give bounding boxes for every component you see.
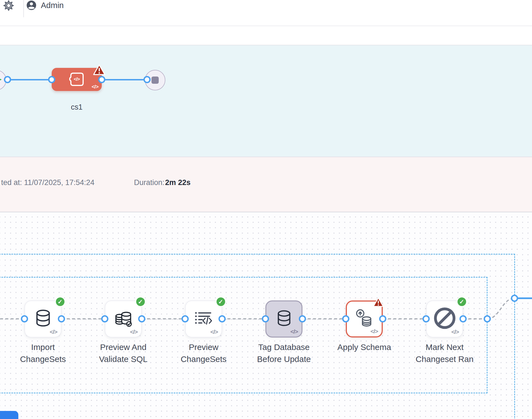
database-icon bbox=[34, 309, 52, 328]
node-port[interactable] bbox=[48, 76, 55, 83]
settings-button[interactable] bbox=[3, 0, 14, 11]
connector-line bbox=[102, 79, 147, 80]
schema-upload-icon bbox=[356, 309, 373, 327]
step-port[interactable] bbox=[379, 315, 386, 322]
step-port[interactable] bbox=[21, 315, 28, 322]
code-glyph: </> bbox=[451, 329, 459, 335]
node-port[interactable] bbox=[98, 76, 105, 83]
step-port[interactable] bbox=[58, 315, 65, 322]
code-glyph: </> bbox=[130, 329, 138, 335]
step-port[interactable] bbox=[342, 315, 349, 322]
step-connector bbox=[383, 318, 426, 319]
success-badge-icon: ✓ bbox=[457, 297, 467, 307]
step-port[interactable] bbox=[138, 315, 145, 322]
step-port[interactable] bbox=[101, 315, 108, 322]
code-glyph: </> bbox=[50, 329, 57, 335]
topbar-divider bbox=[23, 0, 24, 17]
success-badge-icon: ✓ bbox=[135, 297, 146, 307]
step-card-preview-changesets[interactable]: </> bbox=[185, 300, 222, 337]
step-port[interactable] bbox=[299, 315, 306, 322]
error-badge-icon bbox=[93, 64, 106, 75]
stage-exit-port[interactable] bbox=[511, 295, 518, 302]
error-badge-icon bbox=[373, 297, 384, 307]
step-card-preview-validate-sql[interactable]: </> bbox=[105, 300, 142, 337]
stage-group-inner-border bbox=[0, 277, 488, 393]
canvas-control[interactable] bbox=[0, 411, 18, 419]
gear-icon bbox=[3, 0, 14, 11]
step-port[interactable] bbox=[182, 315, 189, 322]
pipeline-execution-page: Admin Pipeline Inputs Policy Evaluations bbox=[0, 0, 532, 419]
database-check-icon bbox=[115, 310, 132, 327]
changelog-list-icon bbox=[195, 311, 213, 326]
step-connector bbox=[222, 318, 265, 319]
step-port[interactable] bbox=[422, 315, 430, 322]
connector-line bbox=[8, 79, 52, 80]
code-glyph: </> bbox=[290, 328, 298, 335]
top-bar: Admin bbox=[0, 0, 532, 26]
database-icon bbox=[276, 309, 292, 327]
user-avatar-icon[interactable] bbox=[26, 0, 37, 11]
step-port[interactable] bbox=[218, 315, 226, 322]
code-glyph: </> bbox=[371, 328, 378, 335]
stop-icon bbox=[151, 77, 159, 84]
success-badge-icon: ✓ bbox=[55, 297, 65, 307]
tab-bar: Pipeline Inputs Policy Evaluations bbox=[0, 26, 532, 45]
node-port[interactable] bbox=[4, 76, 11, 83]
duration-label: Duration: bbox=[134, 178, 165, 187]
node-port[interactable] bbox=[143, 76, 151, 83]
stage-exit-port[interactable] bbox=[484, 315, 491, 322]
step-connector bbox=[61, 318, 105, 319]
step-connector bbox=[142, 318, 185, 319]
started-at-text: ted at: 11/07/2025, 17:54:24 bbox=[1, 178, 95, 187]
duration-value: 2m 22s bbox=[165, 178, 191, 187]
step-card-tag-database[interactable]: </> bbox=[265, 300, 302, 337]
step-port[interactable] bbox=[262, 315, 269, 322]
code-glyph: </> bbox=[210, 329, 218, 335]
custom-stage-icon: </> bbox=[69, 72, 85, 87]
execution-graph-canvas[interactable] bbox=[0, 45, 532, 157]
block-icon bbox=[433, 307, 456, 329]
user-name-label: Admin bbox=[41, 1, 64, 10]
play-icon bbox=[0, 76, 2, 83]
step-connector bbox=[302, 318, 346, 319]
success-badge-icon: ✓ bbox=[216, 297, 226, 307]
step-card-mark-next-changeset[interactable]: </> bbox=[426, 300, 463, 337]
node-label: cs1 bbox=[49, 103, 105, 112]
code-glyph: </> bbox=[92, 84, 98, 90]
step-port[interactable] bbox=[459, 315, 467, 322]
step-card-import-changesets[interactable]: </> bbox=[24, 300, 61, 337]
